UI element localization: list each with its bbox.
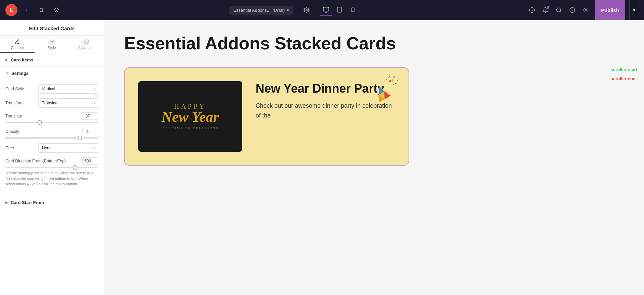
history-button[interactable] — [527, 5, 537, 15]
translate-slider-fill — [5, 122, 40, 123]
draft-label: (Draft) — [272, 8, 285, 13]
svg-line-31 — [393, 76, 395, 78]
card-style-row: Card Style Vertical Horizontal ▾ — [5, 84, 98, 94]
svg-point-25 — [389, 80, 391, 82]
topbar-right — [527, 5, 591, 15]
card-direction-slider-thumb[interactable] — [73, 165, 77, 170]
device-switcher — [320, 4, 359, 16]
page-title-button[interactable]: Essential Addons... (Draft) ▾ — [229, 6, 293, 15]
card-start-arrow-icon: ▶ — [5, 201, 8, 204]
preview-button[interactable] — [580, 5, 591, 15]
card-image: HAPPY New Year IT'S TIME TO CELEBRATE — [138, 81, 242, 152]
svg-marker-3 — [54, 8, 58, 11]
customize-button[interactable] — [36, 5, 47, 15]
opacity-slider-fill — [5, 137, 80, 139]
search-icon — [556, 7, 562, 13]
topbar: E + Essential Addons... (Draft) ▾ — [0, 0, 644, 20]
settings-label: Settings — [11, 71, 29, 76]
scroller-start-label[interactable]: scroller-start — [611, 67, 637, 72]
opacity-slider-thumb[interactable] — [77, 136, 82, 140]
notification-badge — [547, 6, 549, 9]
svg-point-2 — [40, 11, 41, 12]
help-button[interactable] — [567, 5, 578, 15]
card-direction-value-input[interactable] — [82, 157, 98, 165]
settings-section-content: Card Style Vertical Horizontal ▾ Transfo… — [0, 80, 104, 196]
translate-label: Translate — [5, 114, 82, 118]
style-tab-icon — [49, 39, 55, 44]
stacked-card[interactable]: HAPPY New Year IT'S TIME TO CELEBRATE Ne… — [124, 67, 409, 166]
card-items-section-header[interactable]: ▶ Card Items — [0, 53, 104, 67]
card-direction-help-text: Set the starting point of the card. When… — [5, 170, 98, 187]
opacity-value-input[interactable] — [82, 128, 98, 135]
panel-header: Edit Stacked Cards — [0, 20, 104, 36]
settings-gear-icon — [304, 7, 310, 13]
translate-slider-track[interactable] — [5, 122, 98, 123]
card-start-label: Card Start From — [11, 200, 44, 205]
svg-point-4 — [306, 9, 308, 11]
chevron-down-icon: ▾ — [287, 8, 289, 13]
customize-icon — [39, 7, 44, 13]
desktop-device-button[interactable] — [320, 4, 332, 16]
svg-point-27 — [386, 79, 387, 80]
canvas-page-title: Essential Addons Stacked Cards — [124, 34, 624, 54]
card-direction-slider-track[interactable] — [5, 167, 98, 168]
translate-value-input[interactable] — [82, 112, 98, 120]
settings-arrow-icon: ▼ — [5, 71, 9, 75]
layers-button[interactable] — [51, 5, 62, 15]
svg-point-19 — [86, 41, 87, 42]
filter-label: Filter — [5, 146, 36, 150]
svg-rect-5 — [323, 7, 329, 11]
desktop-icon — [323, 6, 329, 13]
svg-point-17 — [585, 9, 587, 11]
svg-point-0 — [40, 8, 41, 9]
publish-button[interactable]: Publish — [595, 0, 625, 20]
card-style-label: Card Style — [5, 87, 36, 91]
opacity-slider-row: Opacity — [5, 128, 98, 139]
scroller-labels: scroller-start scroller-end — [611, 67, 637, 81]
opacity-slider-track[interactable] — [5, 137, 98, 139]
svg-rect-28 — [391, 79, 394, 82]
tab-content[interactable]: Content — [0, 36, 35, 53]
history-icon — [529, 7, 535, 13]
eye-icon — [583, 7, 589, 13]
tablet-device-button[interactable] — [333, 4, 345, 16]
transform-row: Transform Translate Scale Rotate None ▾ — [5, 98, 98, 108]
party-icon — [372, 75, 398, 110]
search-button[interactable] — [553, 5, 564, 15]
card-items-arrow-icon: ▶ — [5, 58, 8, 62]
tablet-icon — [336, 6, 342, 13]
opacity-label: Opacity — [5, 129, 82, 134]
layers-icon — [54, 7, 59, 13]
canvas-area: Essential Addons Stacked Cards — [104, 20, 644, 295]
publish-dropdown-button[interactable]: ▾ — [629, 0, 639, 20]
transform-select-wrap: Translate Scale Rotate None ▾ — [38, 98, 98, 108]
filter-select[interactable]: None Blur Grayscale Brightness — [38, 143, 98, 153]
notifications-button[interactable] — [540, 5, 551, 15]
transform-select[interactable]: Translate Scale Rotate None — [38, 98, 98, 108]
svg-line-14 — [560, 11, 561, 12]
tab-advanced[interactable]: Advanced — [69, 36, 104, 53]
translate-slider-thumb[interactable] — [37, 120, 42, 125]
svg-line-32 — [397, 80, 398, 81]
panel-tabs: Content Style Advanced — [0, 36, 104, 53]
translate-slider-row: Translate — [5, 112, 98, 123]
card-start-from-section-header[interactable]: ▶ Card Start From — [0, 196, 104, 209]
page-settings-button[interactable] — [301, 5, 312, 15]
filter-row: Filter None Blur Grayscale Brightness ▾ — [5, 143, 98, 153]
card-direction-slider-row: Card Direction From (Bottom/Top) Set the… — [5, 157, 98, 187]
celebrate-text: IT'S TIME TO CELEBRATE — [161, 127, 219, 130]
svg-point-1 — [42, 10, 43, 11]
card-direction-label: Card Direction From (Bottom/Top) — [5, 159, 82, 163]
settings-section-header[interactable]: ▼ Settings — [0, 67, 104, 80]
card-image-content: HAPPY New Year IT'S TIME TO CELEBRATE — [161, 103, 219, 130]
add-element-button[interactable]: + — [21, 5, 32, 15]
scroller-end-label[interactable]: scroller-end — [611, 76, 637, 81]
elementor-logo[interactable]: E — [5, 4, 17, 16]
card-direction-slider-fill — [5, 167, 75, 168]
card-style-select-wrap: Vertical Horizontal ▾ — [38, 84, 98, 94]
card-style-select[interactable]: Vertical Horizontal — [38, 84, 98, 94]
svg-rect-29 — [395, 83, 397, 84]
transform-label: Transform — [5, 101, 36, 105]
tab-style[interactable]: Style — [35, 36, 69, 53]
mobile-device-button[interactable] — [347, 4, 359, 16]
